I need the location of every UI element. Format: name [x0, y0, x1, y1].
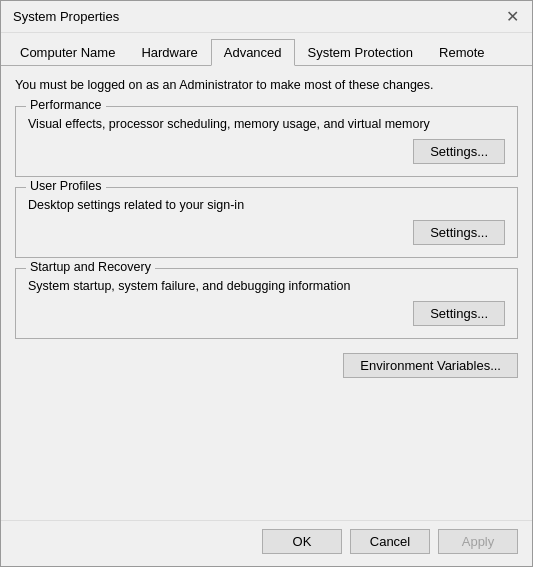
tab-bar: Computer Name Hardware Advanced System P…: [1, 33, 532, 66]
user-profiles-description: Desktop settings related to your sign-in: [28, 198, 505, 212]
user-profiles-group: User Profiles Desktop settings related t…: [15, 187, 518, 258]
apply-button[interactable]: Apply: [438, 529, 518, 554]
environment-variables-button[interactable]: Environment Variables...: [343, 353, 518, 378]
env-variables-row: Environment Variables...: [15, 353, 518, 378]
startup-recovery-description: System startup, system failure, and debu…: [28, 279, 505, 293]
startup-recovery-group: Startup and Recovery System startup, sys…: [15, 268, 518, 339]
cancel-button[interactable]: Cancel: [350, 529, 430, 554]
performance-group: Performance Visual effects, processor sc…: [15, 106, 518, 177]
user-profiles-group-label: User Profiles: [26, 179, 106, 193]
startup-recovery-settings-button[interactable]: Settings...: [413, 301, 505, 326]
tab-content: You must be logged on as an Administrato…: [1, 66, 532, 520]
system-properties-window: System Properties ✕ Computer Name Hardwa…: [0, 0, 533, 567]
startup-recovery-group-label: Startup and Recovery: [26, 260, 155, 274]
performance-description: Visual effects, processor scheduling, me…: [28, 117, 505, 131]
title-bar: System Properties ✕: [1, 1, 532, 33]
tab-system-protection[interactable]: System Protection: [295, 39, 427, 66]
performance-settings-button[interactable]: Settings...: [413, 139, 505, 164]
close-button[interactable]: ✕: [500, 5, 524, 29]
performance-group-label: Performance: [26, 98, 106, 112]
tab-advanced[interactable]: Advanced: [211, 39, 295, 66]
footer: OK Cancel Apply: [1, 520, 532, 566]
admin-notice: You must be logged on as an Administrato…: [15, 78, 518, 92]
window-title: System Properties: [13, 9, 119, 24]
ok-button[interactable]: OK: [262, 529, 342, 554]
tab-remote[interactable]: Remote: [426, 39, 498, 66]
user-profiles-settings-button[interactable]: Settings...: [413, 220, 505, 245]
tab-hardware[interactable]: Hardware: [128, 39, 210, 66]
tab-computer-name[interactable]: Computer Name: [7, 39, 128, 66]
performance-btn-row: Settings...: [28, 139, 505, 164]
startup-recovery-btn-row: Settings...: [28, 301, 505, 326]
user-profiles-btn-row: Settings...: [28, 220, 505, 245]
